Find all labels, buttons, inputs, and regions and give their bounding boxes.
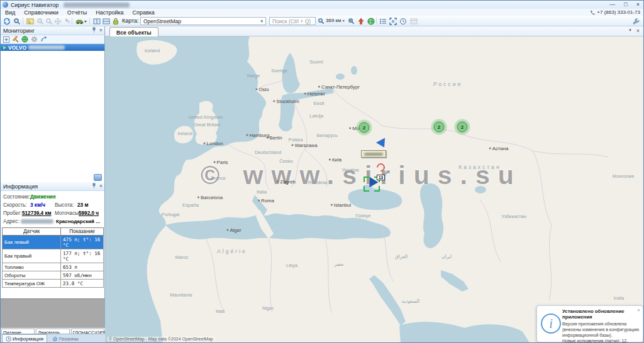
split-vertical-icon[interactable]	[102, 17, 110, 25]
vehicle-row[interactable]: VOLVO	[1, 44, 104, 51]
sensor-table: Датчик Показание Бак левый475 л; t°: 16 …	[2, 227, 104, 288]
tools-icon[interactable]	[12, 36, 19, 43]
scale-select[interactable]: 369 км ▾	[326, 18, 345, 23]
maximize-button[interactable]: □	[624, 1, 627, 8]
address-value: Краснодарский ...	[56, 219, 100, 224]
minimize-button[interactable]: —	[609, 1, 615, 8]
search-icon[interactable]	[13, 17, 21, 25]
lock-icon[interactable]	[111, 17, 119, 25]
info-icon: i	[541, 313, 561, 334]
monitoring-list-area[interactable]	[1, 51, 104, 182]
find-icon[interactable]	[317, 17, 325, 25]
pan-icon	[53, 17, 62, 25]
sensor-col-header: Датчик	[3, 228, 61, 236]
window-title: Сириус Навигатор	[11, 2, 58, 8]
sensor-row[interactable]: Температура ОЖ23.0 °C	[3, 280, 104, 288]
sensor-name: Температура ОЖ	[3, 280, 61, 288]
info-header: Информация ×	[1, 182, 104, 191]
sensor-name: Топливо	[3, 263, 61, 271]
clock-icon[interactable]	[399, 17, 407, 25]
map-select[interactable]: OpenStreetMap ▾	[140, 17, 266, 25]
search-input[interactable]: Поиск (Ctrl + Q)	[269, 17, 316, 25]
tab-geozones[interactable]: Геозоны	[48, 334, 82, 342]
app-window: Сириус Навигатор — □ × ВидСправочникиОтч…	[0, 0, 644, 343]
sensor-value: 653 л	[61, 263, 104, 271]
state-label: Состояние:	[3, 194, 30, 200]
cluster-marker[interactable]: 2	[457, 122, 468, 133]
center-home-icon[interactable]	[357, 17, 365, 25]
close-panel-icon[interactable]: ×	[99, 183, 103, 189]
tab-list-dropdown-icon[interactable]: ▾	[629, 28, 631, 34]
phone-icon	[590, 10, 595, 15]
tab-information[interactable]: Информация	[2, 334, 47, 342]
pin-icon[interactable]	[92, 183, 96, 188]
redacted-vehicle-plate	[28, 45, 65, 50]
geozone-icon	[52, 336, 58, 342]
hours-value[interactable]: 5992,0 ч	[79, 210, 99, 216]
chevron-down-icon: ▾	[343, 19, 345, 23]
menu-item[interactable]: Вид	[1, 9, 19, 16]
map-image-icon[interactable]	[26, 17, 34, 25]
menu-bar: ВидСправочникиОтчётыНастройкаСправка	[1, 9, 643, 16]
cluster-marker[interactable]: 2	[434, 122, 445, 133]
fit-screen-icon[interactable]	[389, 17, 397, 25]
sensor-value: 23.0 °C	[61, 280, 104, 288]
notification-body: Версия приложения обновлена (внесены изм…	[562, 321, 640, 343]
sensor-row[interactable]: Бак левый475 л; t°: 16 °C	[3, 236, 104, 249]
sensor-row[interactable]: Топливо653 л	[3, 263, 104, 271]
redacted-title-text	[64, 3, 130, 8]
panel-mini-icon[interactable]	[94, 174, 102, 181]
alt-label: Высота:	[55, 202, 74, 208]
app-icon	[3, 2, 8, 8]
cluster-marker[interactable]: 2	[359, 122, 370, 133]
menu-item[interactable]: Настройка	[91, 9, 128, 16]
notification-title: Установлено обновление приложения	[562, 308, 635, 320]
menu-item[interactable]: Отчёты	[63, 9, 91, 16]
sensor-name: Обороты	[3, 271, 61, 280]
value-col-header: Показание	[61, 228, 104, 236]
sensor-name: Бак правый	[3, 249, 61, 263]
monitoring-toolbar	[1, 35, 104, 44]
split-horizontal-icon[interactable]	[92, 17, 101, 25]
map-canvas[interactable]: © www.sirius.su IcelandNorgeSverigeSuomi…	[105, 36, 644, 343]
sensor-row[interactable]: Бак правый177 л; t°: 16 °C	[3, 249, 104, 263]
gear-icon[interactable]	[31, 36, 38, 43]
clock-small-icon	[6, 336, 11, 342]
pin-icon[interactable]	[92, 27, 96, 33]
moving-indicator-icon	[3, 46, 6, 50]
mileage-value[interactable]: 512739,4 км	[22, 210, 52, 216]
speed-value: 3 км/ч	[30, 202, 45, 208]
zoom-in-region-icon	[36, 17, 44, 25]
panel-filler	[1, 298, 104, 329]
main-toolbar: Карта: OpenStreetMap ▾ Поиск (Ctrl + Q) …	[1, 16, 643, 26]
list-icon[interactable]	[379, 17, 387, 25]
globe-icon[interactable]	[367, 17, 375, 25]
sensor-name: Бак левый	[3, 236, 61, 249]
support-phone: +7 (863) 333-01-73	[590, 9, 640, 16]
notification-close-icon[interactable]: ×	[637, 307, 640, 313]
alt-value: 23 м	[77, 202, 88, 208]
globe-small-icon[interactable]	[21, 36, 28, 43]
state-value: Движение	[30, 194, 56, 200]
satellite-icon[interactable]	[40, 36, 47, 43]
monitoring-header: Мониторинг ×	[1, 26, 104, 35]
zoom-plus-icon[interactable]	[347, 17, 355, 25]
sync-icon[interactable]	[3, 17, 11, 25]
update-notification[interactable]: i × Установлено обновление приложения Ве…	[536, 305, 643, 342]
tab-all-objects[interactable]: Все объекты	[109, 27, 158, 37]
sensor-value: 475 л; t°: 16 °C	[61, 236, 104, 249]
bottom-tabs: Информация Геозоны	[1, 334, 105, 342]
chevron-down-icon: ▾	[260, 19, 263, 24]
close-panel-icon[interactable]: ×	[99, 27, 103, 33]
hours-label: Моточасы:	[55, 210, 80, 216]
title-bar: Сириус Навигатор — □ ×	[1, 1, 643, 9]
tab-close-icon[interactable]: ×	[636, 28, 640, 34]
vehicle-map-label	[361, 150, 386, 158]
menu-item[interactable]: Справочники	[19, 9, 63, 16]
vehicle-filter-icon[interactable]	[75, 17, 87, 25]
expand-icon[interactable]	[3, 36, 9, 43]
close-button[interactable]: ×	[636, 1, 640, 8]
sensor-row[interactable]: Обороты597 об/мин	[3, 271, 104, 280]
wrench-icon[interactable]	[632, 17, 640, 25]
menu-item[interactable]: Справка	[128, 9, 159, 16]
